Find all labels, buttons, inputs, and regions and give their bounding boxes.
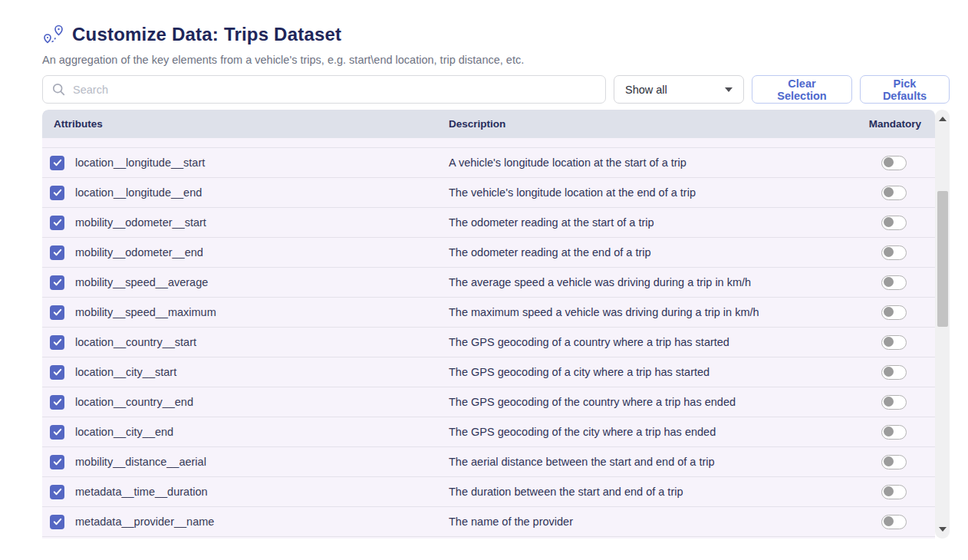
mandatory-toggle[interactable] (881, 455, 907, 469)
mandatory-toggle[interactable] (881, 305, 907, 320)
customize-data-page: Customize Data: Trips Dataset An aggrega… (0, 0, 968, 560)
table-row: location__longitude__end The vehicle's l… (42, 178, 935, 208)
table-row: location__city__end The GPS geocoding of… (42, 417, 935, 447)
toggle-knob (884, 277, 894, 287)
mandatory-toggle[interactable] (881, 425, 907, 440)
mandatory-toggle[interactable] (881, 216, 907, 230)
row-attribute-label: mobility__odometer__start (75, 216, 206, 229)
row-attribute-label: location__country__start (75, 336, 196, 348)
table-row: location__country__start The GPS geocodi… (42, 328, 935, 357)
row-checkbox[interactable] (50, 275, 64, 290)
row-checkbox[interactable] (50, 365, 64, 380)
table-row: mobility__odometer__start The odometer r… (42, 208, 935, 238)
toolbar: Show all Clear Selection Pick Defaults (42, 75, 950, 104)
search-icon (52, 83, 65, 96)
table-body: location__longitude__start A vehicle's l… (42, 138, 935, 539)
toggle-knob (884, 247, 894, 257)
table-row: metadata__time__duration The duration be… (42, 477, 935, 507)
toggle-knob (884, 307, 894, 317)
row-checkbox[interactable] (50, 455, 64, 469)
column-header-attributes: Attributes (42, 118, 449, 130)
row-attribute-label: location__country__end (75, 396, 193, 408)
row-description: The GPS geocoding of the city where a tr… (449, 426, 812, 438)
page-header: Customize Data: Trips Dataset An aggrega… (0, 0, 968, 66)
table-row: location__country__end The GPS geocoding… (42, 387, 935, 417)
row-description: The GPS geocoding of a city where a trip… (449, 366, 812, 378)
scroll-up-icon[interactable] (939, 117, 947, 121)
column-header-description: Description (449, 118, 812, 130)
row-description: The GPS geocoding of a country where a t… (449, 336, 812, 348)
scroll-down-icon[interactable] (939, 527, 947, 532)
row-checkbox[interactable] (50, 186, 64, 200)
toggle-knob (884, 397, 894, 407)
mandatory-toggle[interactable] (881, 515, 907, 529)
row-description: The aerial distance between the start an… (449, 456, 812, 468)
mandatory-toggle[interactable] (881, 485, 907, 499)
mandatory-toggle[interactable] (881, 156, 907, 170)
table-scrollbar[interactable] (935, 110, 950, 539)
row-description: The odometer reading at the end of a tri… (449, 246, 812, 259)
pick-defaults-button[interactable]: Pick Defaults (860, 75, 950, 104)
row-checkbox[interactable] (50, 216, 64, 230)
toggle-knob (884, 187, 894, 197)
attributes-table: Attributes Description Mandatory locatio… (42, 110, 950, 539)
toggle-knob (884, 217, 894, 227)
table-row: mobility__speed__maximum The maximum spe… (42, 298, 935, 328)
toggle-knob (884, 157, 894, 167)
mandatory-toggle[interactable] (881, 395, 907, 410)
table-row: mobility__distance__aerial The aerial di… (42, 447, 935, 477)
partially-scrolled-row (42, 537, 935, 539)
page-subtitle: An aggregation of the key elements from … (42, 54, 968, 66)
row-checkbox[interactable] (50, 335, 64, 350)
mandatory-toggle[interactable] (881, 275, 907, 290)
trip-route-icon (42, 23, 65, 46)
search-input[interactable] (73, 84, 596, 96)
toggle-knob (884, 337, 894, 347)
mandatory-toggle[interactable] (881, 365, 907, 380)
row-checkbox[interactable] (50, 305, 64, 320)
row-attribute-label: location__longitude__end (75, 186, 202, 199)
mandatory-toggle[interactable] (881, 335, 907, 350)
row-checkbox[interactable] (50, 245, 64, 260)
row-attribute-label: location__longitude__start (75, 156, 205, 169)
table-row: mobility__speed__average The average spe… (42, 268, 935, 298)
row-attribute-label: metadata__provider__name (75, 516, 214, 528)
search-box[interactable] (42, 75, 606, 104)
table-header-row: Attributes Description Mandatory (42, 110, 935, 138)
clear-selection-button[interactable]: Clear Selection (752, 75, 852, 104)
row-description: The vehicle's longitude location at the … (449, 186, 812, 199)
mandatory-toggle[interactable] (881, 186, 907, 200)
row-checkbox[interactable] (50, 515, 64, 529)
row-checkbox[interactable] (50, 156, 64, 170)
table-row: location__city__start The GPS geocoding … (42, 357, 935, 387)
row-description: The GPS geocoding of the country where a… (449, 396, 812, 408)
toggle-knob (884, 486, 894, 496)
toggle-knob (884, 456, 894, 466)
scrollbar-thumb[interactable] (937, 191, 948, 327)
table-row: location__longitude__start A vehicle's l… (42, 148, 935, 178)
partially-scrolled-row (42, 138, 935, 148)
table-row: metadata__provider__name The name of the… (42, 507, 935, 537)
filter-dropdown[interactable]: Show all (614, 75, 744, 104)
mandatory-toggle[interactable] (881, 245, 907, 260)
row-checkbox[interactable] (50, 425, 64, 440)
caret-down-icon (725, 87, 733, 92)
row-description: A vehicle's longitude location at the st… (449, 156, 812, 169)
row-attribute-label: location__city__start (75, 366, 176, 378)
toggle-knob (884, 427, 894, 436)
toggle-knob (884, 367, 894, 377)
toggle-knob (884, 516, 894, 526)
row-description: The average speed a vehicle was driving … (449, 276, 812, 288)
row-description: The duration between the start and end o… (449, 486, 812, 498)
row-attribute-label: metadata__time__duration (75, 486, 208, 498)
table-row: mobility__odometer__end The odometer rea… (42, 238, 935, 268)
row-checkbox[interactable] (50, 395, 64, 410)
filter-dropdown-value: Show all (625, 84, 667, 96)
row-description: The odometer reading at the start of a t… (449, 216, 812, 229)
row-checkbox[interactable] (50, 485, 64, 499)
row-attribute-label: location__city__end (75, 426, 173, 438)
row-attribute-label: mobility__speed__maximum (75, 306, 216, 318)
column-header-mandatory: Mandatory (812, 118, 935, 130)
row-attribute-label: mobility__odometer__end (75, 246, 203, 259)
row-attribute-label: mobility__distance__aerial (75, 456, 206, 468)
